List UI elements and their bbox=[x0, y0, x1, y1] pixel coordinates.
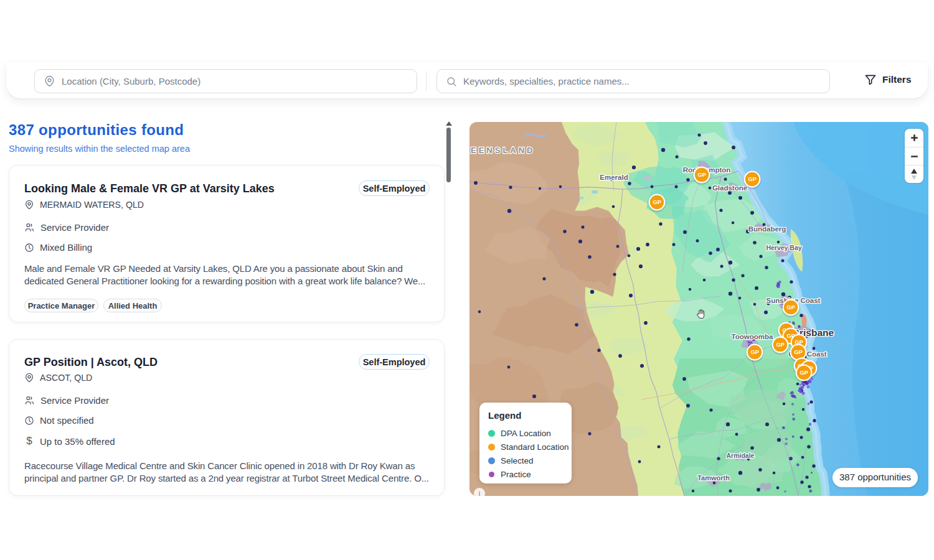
svg-text:Toowoomba: Toowoomba bbox=[732, 333, 773, 340]
svg-text:GP: GP bbox=[776, 341, 785, 348]
svg-text:Bundaberg: Bundaberg bbox=[748, 225, 786, 233]
svg-text:GP: GP bbox=[653, 198, 661, 205]
svg-text:GP: GP bbox=[786, 304, 795, 310]
svg-text:GP: GP bbox=[800, 369, 808, 376]
svg-text:Tamworth: Tamworth bbox=[697, 474, 730, 482]
svg-text:GP: GP bbox=[794, 348, 803, 355]
svg-text:Emerald: Emerald bbox=[600, 174, 628, 181]
svg-text:GP: GP bbox=[750, 348, 759, 355]
svg-text:GP: GP bbox=[697, 171, 706, 178]
svg-text:i: i bbox=[479, 490, 480, 496]
svg-text:Armidale: Armidale bbox=[727, 452, 755, 459]
svg-text:GP: GP bbox=[748, 175, 757, 182]
svg-text:Hervey Bay: Hervey Bay bbox=[766, 244, 801, 251]
svg-text:EENSLAND: EENSLAND bbox=[471, 146, 535, 155]
svg-text:Gladstone: Gladstone bbox=[712, 184, 747, 192]
